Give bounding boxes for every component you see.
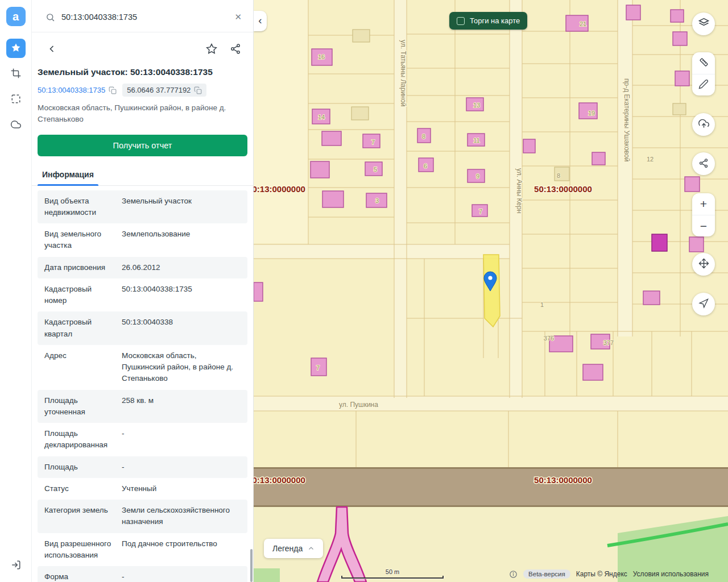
parcel-number-label: 7: [479, 208, 482, 215]
auctions-toggle-label: Торги на карте: [470, 16, 520, 25]
share-map-button[interactable]: [692, 152, 715, 175]
app-root: a: [0, 0, 728, 582]
street-name-label: ул. Анны Керн: [515, 168, 523, 214]
measure-edit-group: [692, 52, 715, 95]
auctions-checkbox[interactable]: [457, 17, 465, 25]
zoom-out-button[interactable]: −: [692, 215, 715, 236]
parcel-number-label: 8: [422, 133, 425, 140]
info-row-value: -: [122, 462, 241, 473]
info-row-label: Адрес: [44, 350, 116, 385]
cloud-icon: [11, 119, 21, 131]
info-row-label: Площадь декларированная: [44, 428, 116, 451]
tab-information[interactable]: Информация: [38, 167, 98, 185]
cadastral-number-chip[interactable]: 50:13:0040338:1735: [38, 86, 117, 94]
info-row: Категория земельЗемли сельскохозяйственн…: [38, 500, 247, 533]
info-row: СтатусУчтенный: [38, 478, 247, 500]
parcel-number-label: 7: [371, 139, 375, 146]
info-row: Форма собственности-: [38, 566, 247, 582]
address-text: Московская область, Пушкинский район, в …: [38, 102, 247, 126]
draw-button[interactable]: [692, 74, 715, 95]
search-bar: ✕: [32, 0, 253, 32]
info-icon[interactable]: [509, 570, 518, 579]
sign-in-button[interactable]: [6, 556, 26, 575]
collapse-panel-button[interactable]: ‹: [254, 11, 267, 31]
info-row-value: 50:13:0040338: [122, 317, 241, 340]
cadastral-map[interactable]: 50:13:000000050:13:000000050:13:00000005…: [254, 0, 728, 582]
upload-button[interactable]: [692, 113, 715, 136]
parcel-number-label: 7: [316, 364, 320, 371]
info-row-label: Дата присвоения: [44, 262, 116, 273]
ruler-icon: [698, 57, 709, 69]
info-row: Дата присвоения26.06.2012: [38, 257, 247, 278]
app-iconbar: a: [0, 0, 32, 582]
legend-label: Легенда: [272, 544, 303, 553]
copy-icon[interactable]: [109, 86, 117, 94]
parcel-number-label: 6: [424, 163, 427, 169]
search-input[interactable]: [61, 13, 226, 22]
panel-scrollbar[interactable]: [250, 549, 253, 582]
coordinates-chip[interactable]: 56.0646 37.777192: [122, 84, 206, 97]
layers-icon: [698, 18, 709, 30]
parcel-number-label: 12: [647, 156, 653, 163]
info-row: Площадь-: [38, 456, 247, 478]
draw-area-nav-button[interactable]: [6, 90, 26, 109]
info-row-value: Московская область, Пушкинский район, в …: [122, 350, 241, 385]
copy-icon[interactable]: [194, 86, 202, 94]
favorites-nav-button[interactable]: [6, 39, 26, 58]
info-row-label: Статус: [44, 483, 116, 494]
move-icon: [698, 258, 709, 271]
pan-mode-button[interactable]: [692, 253, 715, 276]
info-row-value: -: [122, 571, 241, 582]
terms-link[interactable]: Условия использования: [633, 570, 709, 578]
tabs-row: Информация: [32, 167, 253, 186]
info-row-label: Кадастровый квартал: [44, 317, 116, 340]
share-button[interactable]: [228, 41, 243, 58]
chevron-left-icon: [46, 43, 57, 56]
info-row: Кадастровый квартал50:13:0040338: [38, 311, 247, 345]
parcel-number-label: 5: [374, 166, 377, 173]
parcel-number-label: 11: [473, 137, 479, 144]
chevron-up-icon: [308, 545, 315, 552]
back-button[interactable]: [44, 41, 59, 58]
app-logo[interactable]: a: [6, 7, 26, 26]
search-icon: [46, 13, 55, 22]
map-attribution: Beta-версия Карты © Яндекс Условия испол…: [509, 569, 709, 579]
clear-search-button[interactable]: ✕: [232, 11, 244, 23]
info-row: Вид земельного участкаЗемлепользование: [38, 223, 247, 257]
info-row-value: Под дачное строительство: [122, 538, 241, 562]
locate-button[interactable]: [692, 293, 715, 315]
zoom-in-button[interactable]: +: [692, 193, 715, 215]
star-icon: [11, 43, 21, 55]
auctions-toggle[interactable]: Торги на карте: [449, 12, 527, 30]
measure-button[interactable]: [692, 52, 715, 74]
panel-actions: [32, 32, 253, 60]
parcel-number-label: 16: [318, 53, 325, 60]
info-row: Площадь декларированная-: [38, 423, 247, 456]
info-row-value: Земельный участок: [122, 196, 241, 219]
zoom-controls: + −: [692, 193, 715, 236]
parcel-number-label: 13: [473, 102, 480, 109]
info-row: Площадь уточненная258 кв. м: [38, 390, 247, 423]
info-row-label: Вид земельного участка: [44, 228, 116, 252]
legend-button[interactable]: Легенда: [264, 539, 323, 558]
parcel-number-label: 376: [544, 335, 554, 342]
coordinates-text: 56.0646 37.777192: [127, 86, 191, 94]
select-area-nav-button[interactable]: [6, 64, 26, 84]
yandex-copyright-link[interactable]: Карты © Яндекс: [576, 570, 627, 578]
quarter-number-label: 50:13:0000000: [534, 184, 592, 194]
info-row-value: Учтенный: [122, 483, 241, 494]
quarter-number-label: 50:13:0000000: [254, 475, 305, 485]
parcel-number-label: 3: [375, 197, 379, 204]
share-icon: [230, 43, 241, 56]
info-row-value: Земли сельскохозяйственного назначения: [122, 505, 241, 528]
info-row-value: Землепользование: [122, 228, 241, 252]
quarter-number-label: 50:13:0000000: [534, 475, 592, 485]
layers-nav-button[interactable]: [6, 115, 26, 135]
scale-line: [341, 576, 444, 579]
info-row-label: Форма собственности: [44, 571, 116, 582]
info-row-value: 26.06.2012: [122, 262, 241, 273]
map-layers-button[interactable]: [692, 13, 715, 35]
get-report-button[interactable]: Получить отчет: [38, 135, 247, 156]
favorite-button[interactable]: [204, 41, 219, 58]
info-row-label: Категория земель: [44, 505, 116, 528]
